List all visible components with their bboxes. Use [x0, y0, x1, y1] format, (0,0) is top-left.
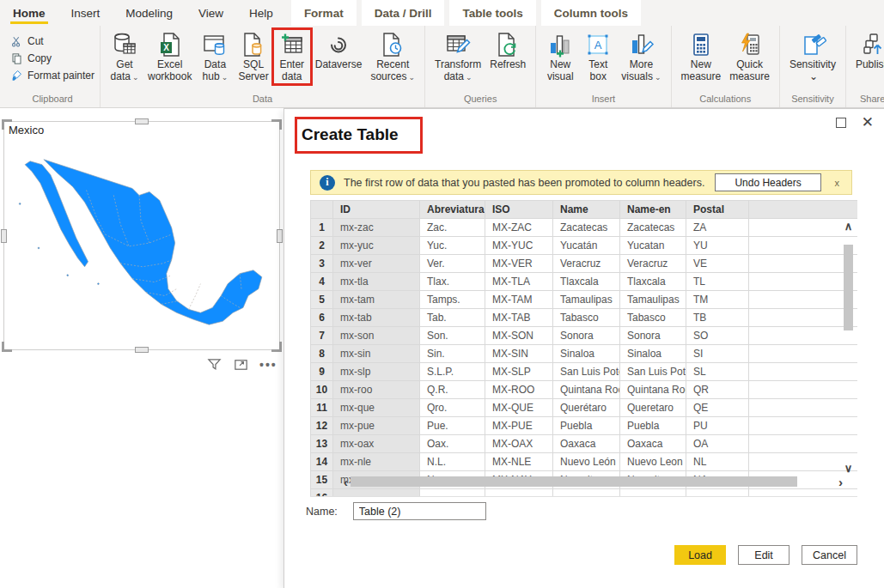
- dialog-close-icon[interactable]: ✕: [862, 113, 874, 131]
- tab-format[interactable]: Format: [291, 0, 357, 26]
- table-cell[interactable]: Nuevo León: [553, 453, 620, 471]
- resize-corner-top-right[interactable]: [271, 119, 282, 130]
- resize-corner-bottom-left[interactable]: [2, 342, 12, 352]
- table-cell[interactable]: TB: [686, 309, 749, 327]
- map-visual-container[interactable]: Mexico: [3, 121, 280, 350]
- table-cell[interactable]: MX-SIN: [485, 345, 553, 363]
- column-header[interactable]: Postal: [686, 201, 749, 219]
- table-cell[interactable]: MX-TAB: [485, 309, 553, 327]
- table-cell[interactable]: Yuc.: [420, 237, 485, 255]
- focus-mode-icon[interactable]: [233, 356, 249, 373]
- table-cell[interactable]: Nuevo Leon: [620, 453, 686, 471]
- table-cell[interactable]: Tamps.: [420, 291, 485, 309]
- table-cell[interactable]: Sin.: [420, 345, 485, 363]
- resize-corner-bottom-right[interactable]: [271, 342, 282, 352]
- scroll-up-icon[interactable]: ∧: [844, 221, 853, 233]
- table-cell[interactable]: NL: [686, 453, 749, 471]
- table-cell[interactable]: Puebla: [553, 417, 620, 435]
- resize-corner-top-left[interactable]: [2, 119, 12, 130]
- table-cell[interactable]: MX-SON: [485, 327, 553, 345]
- table-cell[interactable]: Zac.: [420, 219, 485, 237]
- column-header[interactable]: Name-en: [620, 201, 686, 219]
- tab-data-drill[interactable]: Data / Drill: [362, 0, 445, 26]
- table-cell[interactable]: mx-ver: [333, 255, 420, 273]
- table-cell[interactable]: Tamaulipas: [553, 291, 620, 309]
- table-cell[interactable]: mx-pue: [333, 417, 420, 435]
- table-cell[interactable]: Zacatecas: [553, 219, 620, 237]
- resize-handle-right[interactable]: [277, 229, 283, 243]
- table-cell[interactable]: Qro.: [420, 399, 485, 417]
- table-cell[interactable]: YU: [686, 237, 749, 255]
- table-cell[interactable]: PU: [686, 417, 749, 435]
- table-cell[interactable]: VE: [686, 255, 749, 273]
- load-button[interactable]: Load: [674, 545, 726, 565]
- vertical-scrollbar[interactable]: ∧ ∨: [842, 221, 855, 475]
- tab-home[interactable]: Home: [0, 0, 58, 26]
- ribbon-button-refresh[interactable]: Refresh: [485, 29, 530, 72]
- resize-handle-bottom[interactable]: [135, 347, 149, 353]
- table-cell[interactable]: ZA: [686, 219, 749, 237]
- table-cell[interactable]: mx-que: [333, 399, 420, 417]
- table-cell[interactable]: TM: [686, 291, 749, 309]
- table-cell[interactable]: San Luis Potosí: [553, 363, 620, 381]
- table-cell[interactable]: San Luis Potosi: [620, 363, 686, 381]
- ribbon-button-quick-measure[interactable]: Quickmeasure: [725, 29, 774, 84]
- ribbon-button-more-visuals[interactable]: Morevisuals⌄: [617, 29, 665, 85]
- table-cell[interactable]: N.L.: [420, 453, 485, 471]
- tab-insert[interactable]: Insert: [58, 0, 113, 26]
- table-cell[interactable]: MX-TLA: [485, 273, 553, 291]
- scroll-down-icon[interactable]: ∨: [844, 463, 853, 475]
- table-cell[interactable]: Veracruz: [553, 255, 620, 273]
- table-cell[interactable]: Querétaro: [553, 399, 620, 417]
- column-header[interactable]: ISO: [485, 201, 553, 219]
- table-cell[interactable]: Yucatán: [553, 237, 620, 255]
- table-cell[interactable]: Sinaloa: [553, 345, 620, 363]
- horizontal-scrollbar[interactable]: ‹ ›: [341, 476, 845, 488]
- column-header[interactable]: Name: [553, 201, 620, 219]
- ribbon-button-excel-workbook[interactable]: XExcelworkbook: [143, 29, 196, 84]
- ribbon-button-sql-server[interactable]: SQLServer: [234, 29, 272, 84]
- ribbon-button-sensitivity[interactable]: Sensitivity⌄: [785, 29, 840, 84]
- table-cell[interactable]: Son.: [420, 327, 485, 345]
- ribbon-button-publish[interactable]: Publish: [851, 29, 884, 72]
- clipboard-item-cut[interactable]: Cut: [10, 33, 94, 50]
- table-cell[interactable]: Tlaxcala: [553, 273, 620, 291]
- mexico-map[interactable]: [4, 139, 279, 347]
- scroll-right-icon[interactable]: ›: [836, 476, 845, 488]
- table-cell[interactable]: OA: [686, 435, 749, 453]
- tab-view[interactable]: View: [186, 0, 236, 26]
- horizontal-scroll-thumb[interactable]: [351, 476, 797, 487]
- undo-headers-button[interactable]: Undo Headers: [715, 173, 820, 191]
- vertical-scroll-thumb[interactable]: [844, 245, 853, 330]
- table-cell[interactable]: Tabasco: [553, 309, 620, 327]
- dialog-maximize-icon[interactable]: [836, 118, 846, 128]
- banner-close-icon[interactable]: x: [832, 178, 844, 188]
- table-cell[interactable]: Tab.: [420, 309, 485, 327]
- ribbon-button-new-visual[interactable]: Newvisual: [541, 29, 579, 84]
- table-cell[interactable]: Queretaro: [620, 399, 686, 417]
- table-cell[interactable]: Sonora: [620, 327, 686, 345]
- table-cell[interactable]: MX-ROO: [485, 381, 553, 399]
- table-cell[interactable]: MX-PUE: [485, 417, 553, 435]
- tab-help[interactable]: Help: [236, 0, 286, 26]
- table-cell[interactable]: Quintana Roo: [553, 381, 620, 399]
- more-options-icon[interactable]: •••: [259, 358, 277, 372]
- ribbon-button-dataverse[interactable]: Dataverse: [311, 29, 367, 72]
- table-cell[interactable]: QR: [686, 381, 749, 399]
- ribbon-button-recent-sources[interactable]: Recentsources⌄: [366, 29, 419, 85]
- ribbon-button-new-measure[interactable]: Newmeasure: [677, 29, 726, 84]
- table-cell[interactable]: MX-VER: [485, 255, 553, 273]
- resize-handle-left[interactable]: [1, 229, 7, 243]
- table-cell[interactable]: SL: [686, 363, 749, 381]
- table-cell[interactable]: MX-ZAC: [485, 219, 553, 237]
- filter-icon[interactable]: [206, 356, 223, 373]
- edit-button[interactable]: Edit: [738, 545, 790, 565]
- table-cell[interactable]: Tabasco: [620, 309, 686, 327]
- table-cell[interactable]: Yucatan: [620, 237, 686, 255]
- table-cell[interactable]: Zacatecas: [620, 219, 686, 237]
- table-cell[interactable]: S.L.P.: [420, 363, 485, 381]
- table-cell[interactable]: Tlax.: [420, 273, 485, 291]
- resize-handle-top[interactable]: [135, 118, 149, 124]
- table-cell[interactable]: Tamaulipas: [620, 291, 686, 309]
- table-cell[interactable]: MX-NLE: [485, 453, 553, 471]
